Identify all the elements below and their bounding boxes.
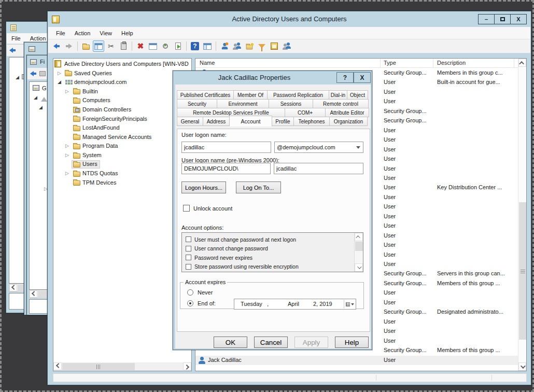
menu-help[interactable]: Help: [117, 29, 138, 38]
tab-address[interactable]: Address: [203, 117, 230, 126]
tab-profile[interactable]: Profile: [272, 117, 294, 126]
tree-item-system[interactable]: ▷System: [53, 150, 191, 160]
column-header-description[interactable]: Description: [437, 60, 466, 66]
end-of-radio[interactable]: [187, 300, 193, 306]
tab-sessions[interactable]: Sessions: [269, 99, 313, 108]
list-vertical-scrollbar[interactable]: [518, 59, 526, 371]
tab-password-replication[interactable]: Password Replication: [267, 90, 329, 100]
help-icon[interactable]: ?: [189, 40, 201, 52]
tree-expander-icon[interactable]: ◢: [39, 105, 43, 110]
help-button[interactable]: Help: [335, 337, 369, 348]
scroll-left-button[interactable]: [30, 290, 37, 298]
delete-icon[interactable]: ✖: [135, 40, 146, 52]
option-checkbox[interactable]: [186, 246, 191, 251]
scroll-right-button[interactable]: [183, 362, 191, 370]
tab-member-of[interactable]: Member Of: [233, 90, 268, 100]
tab-remote-control[interactable]: Remote control: [313, 99, 369, 108]
tab-published-certificates[interactable]: Published Certificates: [177, 90, 234, 100]
scroll-down-button[interactable]: [355, 263, 363, 272]
tree-item-domain-controllers[interactable]: Domain Controllers: [53, 105, 191, 114]
scroll-thumb[interactable]: [38, 291, 47, 298]
tree-expander-icon[interactable]: ◢: [16, 75, 19, 80]
scroll-left-button[interactable]: [9, 284, 17, 291]
menu-file[interactable]: File: [7, 34, 25, 43]
tree-item-builtin[interactable]: ▷Builtin: [53, 87, 191, 96]
properties-icon[interactable]: [147, 40, 159, 52]
ok-button[interactable]: OK: [214, 337, 247, 348]
account-option-row[interactable]: User must change password at next logon: [186, 235, 296, 243]
console-window-icon[interactable]: [202, 40, 213, 52]
expiry-date-picker[interactable]: Tuesday , April 2, 2019: [234, 299, 356, 310]
pre2000-domain-input[interactable]: [181, 163, 271, 174]
tree-item-ntds-quotas[interactable]: ▷NTDS Quotas: [53, 169, 191, 178]
dialog-help-button[interactable]: ?: [336, 72, 354, 83]
option-checkbox[interactable]: [186, 264, 191, 270]
tree-expander-icon[interactable]: ▷: [58, 71, 61, 76]
scroll-up-button[interactable]: [518, 59, 526, 67]
console-root-label[interactable]: G: [42, 85, 47, 91]
scroll-left-button[interactable]: [53, 362, 62, 370]
scroll-thumb[interactable]: [62, 363, 135, 370]
tab-attribute-editor[interactable]: Attribute Editor: [325, 108, 369, 117]
tree-item-users[interactable]: Users: [53, 160, 191, 169]
up-one-level-icon[interactable]: [80, 40, 92, 52]
account-option-row[interactable]: User cannot change password: [186, 245, 268, 253]
new-group-icon[interactable]: [231, 40, 243, 52]
tab-security[interactable]: Security: [177, 99, 217, 108]
forward-icon[interactable]: [63, 40, 75, 52]
toolbar-icon[interactable]: [39, 71, 46, 76]
tree-expander-icon[interactable]: ▷: [65, 152, 69, 158]
window-close-button[interactable]: X: [510, 14, 527, 24]
tree-item-lostandfound[interactable]: LostAndFound: [53, 123, 191, 132]
scroll-up-button[interactable]: [355, 233, 363, 241]
menu-file[interactable]: File: [51, 29, 70, 38]
option-checkbox[interactable]: [186, 255, 191, 260]
set-filter-icon[interactable]: [256, 40, 268, 52]
column-header-type[interactable]: Type: [384, 60, 396, 66]
tab-general[interactable]: General: [177, 117, 203, 126]
tree-expander-icon[interactable]: ◢: [58, 79, 61, 85]
window-maximize-button[interactable]: [494, 14, 511, 24]
scroll-thumb[interactable]: [519, 202, 526, 340]
background-window-c-hscrollbar[interactable]: [29, 290, 49, 298]
calendar-dropdown-button[interactable]: [344, 300, 355, 309]
pre2000-name-input[interactable]: [274, 163, 363, 174]
tree-item-computers[interactable]: Computers: [53, 95, 191, 105]
cancel-button[interactable]: Cancel: [254, 337, 288, 348]
tree-item-program-data[interactable]: ▷Program Data: [53, 141, 191, 150]
tab-com-[interactable]: COM+: [285, 108, 326, 117]
add-member-icon[interactable]: [281, 40, 292, 52]
account-option-row[interactable]: Password never expires: [186, 254, 252, 261]
scroll-down-button[interactable]: [518, 362, 526, 371]
log-on-to-button[interactable]: Log On To...: [236, 181, 281, 193]
back-icon[interactable]: [51, 40, 62, 52]
window-minimize-button[interactable]: –: [478, 14, 495, 24]
tree-item-tpm-devices[interactable]: TPM Devices: [53, 178, 191, 187]
tree-selected-item[interactable]: Users: [72, 160, 100, 169]
tab-dial-in[interactable]: Dial-in: [329, 90, 347, 100]
cut-icon[interactable]: ✂: [105, 40, 117, 52]
dialog-close-button[interactable]: X: [354, 72, 371, 83]
list-row[interactable]: Jack CadillacUser: [195, 356, 518, 365]
show-console-tree-icon[interactable]: [93, 40, 104, 52]
back-icon[interactable]: [30, 71, 36, 76]
tab-account[interactable]: Account: [229, 116, 272, 127]
tree-item-foreignsecurityprincipals[interactable]: ForeignSecurityPrincipals: [53, 114, 191, 123]
options-scrollbar[interactable]: [354, 233, 363, 272]
back-icon[interactable]: [9, 48, 16, 53]
menu-view[interactable]: View: [95, 29, 117, 38]
tab-telephones[interactable]: Telephones: [293, 117, 330, 126]
tab-environment[interactable]: Environment: [217, 99, 269, 108]
paste-icon[interactable]: [118, 40, 129, 52]
tree-expander-icon[interactable]: ▷: [65, 171, 69, 176]
scroll-thumb[interactable]: [355, 242, 363, 251]
logon-hours-button[interactable]: Logon Hours...: [181, 181, 226, 193]
tree-item-active-directory-users-and-com[interactable]: Active Directory Users and Computers [WI…: [53, 59, 191, 68]
tree-horizontal-scrollbar[interactable]: [53, 362, 191, 371]
option-checkbox[interactable]: [186, 236, 191, 242]
tree-item-saved-queries[interactable]: ▷Saved Queries: [53, 68, 191, 78]
logon-domain-select[interactable]: @demojumpcloud.com: [274, 142, 363, 153]
tree-expander-icon[interactable]: ▷: [65, 143, 69, 148]
never-radio[interactable]: [187, 289, 193, 296]
new-organizational-unit-icon[interactable]: [244, 40, 255, 52]
